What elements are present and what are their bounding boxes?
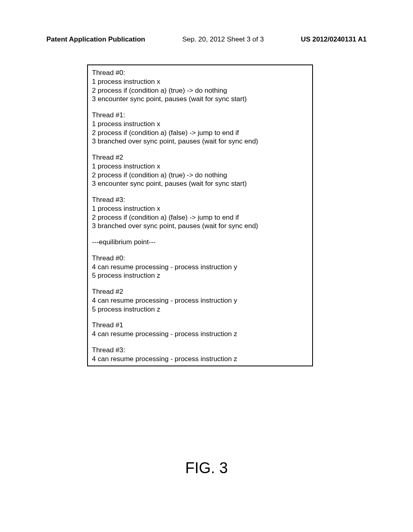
thread-block-2: Thread #2 1 process instruction x 2 proc… bbox=[92, 153, 308, 188]
thread-block-2-post: Thread #2 4 can resume processing - proc… bbox=[92, 287, 308, 314]
thread-block-3: Thread #3: 1 process instruction x 2 pro… bbox=[92, 195, 308, 231]
code-line: 2 process if (condition a) (true) -> do … bbox=[92, 86, 308, 95]
code-line: 3 encounter sync point, pauses (wait for… bbox=[92, 179, 308, 188]
figure-box: Thread #0: 1 process instruction x 2 pro… bbox=[87, 64, 313, 366]
thread-block-1-post: Thread #1 4 can resume processing - proc… bbox=[92, 321, 308, 339]
page-header: Patent Application Publication Sep. 20, … bbox=[0, 35, 413, 44]
code-line: 1 process instruction x bbox=[92, 204, 308, 213]
header-right-text: US 2012/0240131 A1 bbox=[301, 35, 367, 44]
code-line: 2 process if (condition a) (false) -> ju… bbox=[92, 213, 308, 222]
code-line: Thread #1: bbox=[92, 111, 308, 120]
code-line: 4 can resume processing - process instru… bbox=[92, 263, 308, 272]
code-line: 3 branched over sync point, pauses (wait… bbox=[92, 137, 308, 146]
code-line: 2 process if (condition a) (true) -> do … bbox=[92, 171, 308, 180]
code-line: 4 can resume processing - process instru… bbox=[92, 296, 308, 305]
code-line: 3 branched over sync point, pauses (wait… bbox=[92, 222, 308, 231]
thread-block-0: Thread #0: 1 process instruction x 2 pro… bbox=[92, 69, 308, 104]
code-line: 4 can resume processing - process instru… bbox=[92, 330, 308, 339]
code-line: Thread #2 bbox=[92, 287, 308, 296]
code-line: Thread #3: bbox=[92, 346, 308, 355]
thread-block-0-post: Thread #0: 4 can resume processing - pro… bbox=[92, 254, 308, 280]
code-line: 4 can resume processing - process instru… bbox=[92, 355, 308, 364]
code-line: Thread #3: bbox=[92, 195, 308, 204]
code-line: Thread #0: bbox=[92, 254, 308, 263]
code-line: 2 process if (condition a) (false) -> ju… bbox=[92, 129, 308, 137]
code-line: Thread #0: bbox=[92, 69, 308, 77]
code-line: 1 process instruction x bbox=[92, 120, 308, 129]
thread-block-3-post: Thread #3: 4 can resume processing - pro… bbox=[92, 346, 308, 364]
code-line: ---equilibrium point--- bbox=[92, 238, 308, 247]
equilibrium-marker: ---equilibrium point--- bbox=[92, 238, 308, 247]
figure-label: FIG. 3 bbox=[0, 459, 413, 477]
thread-block-1: Thread #1: 1 process instruction x 2 pro… bbox=[92, 111, 308, 146]
code-line: Thread #2 bbox=[92, 153, 308, 162]
code-line: 5 process instruction z bbox=[92, 305, 308, 314]
code-line: 1 process instruction x bbox=[92, 162, 308, 171]
header-center-text: Sep. 20, 2012 Sheet 3 of 3 bbox=[182, 35, 264, 44]
code-line: Thread #1 bbox=[92, 321, 308, 330]
code-line: 5 process instruction z bbox=[92, 271, 308, 280]
code-line: 1 process instruction x bbox=[92, 77, 308, 86]
code-line: 3 encounter sync point, pauses (wait for… bbox=[92, 95, 308, 104]
header-left-text: Patent Application Publication bbox=[46, 35, 145, 44]
